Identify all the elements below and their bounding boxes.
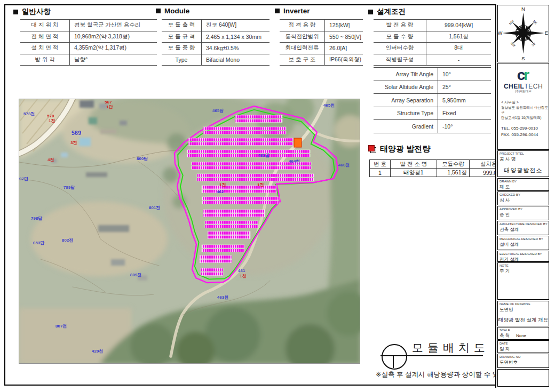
compass-s: S: [521, 55, 525, 61]
table-row: 보 호 구 조IP66(옥외형): [280, 54, 363, 66]
map-parcel-label: 463답: [258, 154, 269, 158]
section-title-text: Module: [164, 7, 189, 15]
titleblock-approved-by: APPROVED BY 승 인: [497, 206, 549, 220]
table-row: 대 지 위 치경북 칠곡군 가산면 용수리: [20, 19, 157, 31]
map-parcel-label: 809천: [130, 273, 141, 277]
compass-n: N: [521, 6, 525, 12]
map-parcel-label: 465답: [212, 109, 224, 113]
block-label-en: DRAWN BY: [498, 179, 549, 183]
compass-box: N S W E NW NE: [497, 5, 549, 62]
titleblock-project: PROJECT TITEL 공 사 명 태양광발전소: [497, 150, 549, 177]
block-label-en: APPROVED BY: [498, 206, 549, 211]
row-value: 2,465 x 1,134 x 30mm: [202, 31, 269, 43]
table-row: 모 듈 중 량34.6kg±0.5%: [162, 43, 269, 54]
row-value: Bifacial Mono: [202, 54, 269, 66]
block-label-ko: 주 기: [498, 268, 549, 274]
cell-module-qty: 1,561장: [437, 169, 470, 177]
block-label-ko: 도면번호: [498, 359, 549, 365]
map-parcel-label: 800답: [137, 157, 148, 161]
row-label: 방 위 각: [20, 54, 70, 66]
map-parcel-label: 464천: [289, 159, 300, 164]
general-section-title: 일반사항: [13, 7, 51, 17]
row-label: 발 전 용 량: [374, 20, 426, 31]
map-parcel-label: 3천: [70, 141, 77, 145]
compass-w: W: [498, 30, 503, 36]
map-parcel-label: 1천: [240, 274, 246, 278]
drawing-sheet: 일반사항 대 지 위 치경북 칠곡군 가산면 용수리 전 체 면 적10,968…: [0, 0, 555, 392]
col-header: 번 호: [370, 160, 391, 169]
row-value: 10°: [438, 68, 491, 81]
row-value: 999.04[kW]: [426, 20, 491, 31]
design-detail-table: Array Tilt Angle10° Solar Altitude Angle…: [374, 67, 491, 133]
row-label: 대 지 위 치: [20, 20, 70, 31]
table-row: Solar Altitude Angle25°: [374, 81, 491, 94]
svg-text:NE: NE: [533, 20, 538, 25]
row-label: Array Separation: [374, 94, 438, 107]
block-label-en: ELECTRICAL DESIGNED BY: [498, 251, 549, 256]
row-value: 5,950mm: [438, 94, 491, 107]
titleblock-electrical: ELECTRICAL DESIGNED BY 전기 설계: [497, 251, 549, 262]
map-parcel-label: 802전: [62, 238, 73, 243]
map-parcel-label: 460천: [338, 163, 350, 167]
map-parcel-label: 465천: [323, 103, 335, 108]
block-label-ko: 전기 설계: [498, 256, 549, 262]
table-row: 정 격 용 량125[kW]: [280, 19, 363, 31]
design-section-title: 설계조건: [368, 7, 406, 17]
row-label: 모 듈 규 격: [162, 31, 202, 43]
table-row: 발 전 용 량999.04[kW]: [374, 19, 491, 31]
map-parcel-label: 1천: [49, 119, 55, 123]
titleblock-drawing-no: DRAWING NO 도면번호: [497, 354, 549, 368]
table-row: TypeBifacial Mono: [162, 54, 269, 66]
office-phone: TEL. 055-299-0010 FAX. 055-296-0044: [501, 125, 549, 138]
titleblock-drawing-name: NAME OF DRAWING 도면명 태양광 발전 설계 개요: [497, 301, 549, 326]
map-parcel-label: 1천: [219, 183, 226, 187]
map-parcel-label: 462: [217, 190, 224, 194]
table-row: 설 치 면 적4,355m2(약 1,317평): [20, 43, 157, 54]
generation-table: 번 호 발 전 소 명 모듈수량 설치용량 1 태양광1 1,561장 999.…: [369, 159, 514, 177]
block-value: 태양광발전소: [498, 166, 549, 174]
map-parcel-label: 569: [72, 130, 81, 136]
office-address-line2: 만날고개1길 16(제일테크): [501, 115, 549, 121]
block-label-en: MECHANICAL DESIGNED BY: [498, 236, 549, 241]
map-parcel-label: 807전: [56, 324, 67, 329]
map-parcel-label: 461: [238, 269, 245, 273]
row-label: 동작전압범위: [280, 31, 325, 43]
svg-text:SE: SE: [531, 42, 536, 47]
map-parcel-label: 653답: [33, 241, 44, 245]
logo-wordmark: CHEILTECH: [498, 83, 549, 90]
block-value: 2026. 03. 25.: [514, 351, 549, 353]
table-row: Gradient-10°: [374, 120, 491, 133]
inverter-section-title: Inverter: [275, 7, 310, 15]
titleblock-date: DATE 일 자 2026. 03. 25.: [497, 340, 549, 353]
map-parcel-label: 420천: [92, 349, 103, 354]
row-label: 모 듈 수 량: [374, 31, 426, 43]
block-label-en: PROJECT TITEL: [498, 151, 549, 156]
compass-e: E: [545, 30, 548, 36]
table-row: 1 태양광1 1,561장 999.04[kW]: [370, 169, 514, 177]
table-row: 인버터수량8대: [374, 43, 491, 54]
section-square-icon: [13, 10, 18, 14]
row-value: -: [426, 54, 491, 66]
row-value: 26.0[A]: [325, 43, 363, 54]
office-address-line1: 경상남도 창원특례시 마산합포구: [501, 105, 549, 116]
row-value: IP66(옥외형): [325, 54, 363, 66]
cell-plant-name: 태양광1: [391, 169, 437, 177]
table-row: 모 듈 규 격2,465 x 1,134 x 30mm: [162, 31, 269, 43]
row-value: 남향°: [70, 54, 157, 66]
general-table: 대 지 위 치경북 칠곡군 가산면 용수리 전 체 면 적10,968m2(약 …: [20, 19, 157, 66]
titleblock-architecture: ARCHITECTURE DESIGNED BY 건축 설계: [497, 221, 549, 235]
row-label: 설 치 면 적: [20, 43, 70, 54]
table-row: 모 듈 수 량1,561장: [374, 31, 491, 43]
block-label-en: SCALE: [498, 327, 549, 332]
block-label-ko: 공 사 명: [498, 156, 549, 162]
block-label-ko: 일 자: [498, 346, 549, 351]
table-row: Array Tilt Angle10°: [374, 67, 491, 81]
row-value: 8대: [426, 43, 491, 54]
section-title-text: Inverter: [283, 7, 310, 15]
row-value: 1,561장: [426, 31, 491, 43]
module-table: 모 듈 출 력진코 640[W] 모 듈 규 격2,465 x 1,134 x …: [162, 19, 269, 66]
col-header: 모듈수량: [437, 160, 470, 169]
row-label: Structure Type: [374, 107, 438, 120]
row-value: 10,968m2(약 3,318평): [70, 31, 157, 43]
drawing-title-circle-symbol: [382, 344, 407, 370]
